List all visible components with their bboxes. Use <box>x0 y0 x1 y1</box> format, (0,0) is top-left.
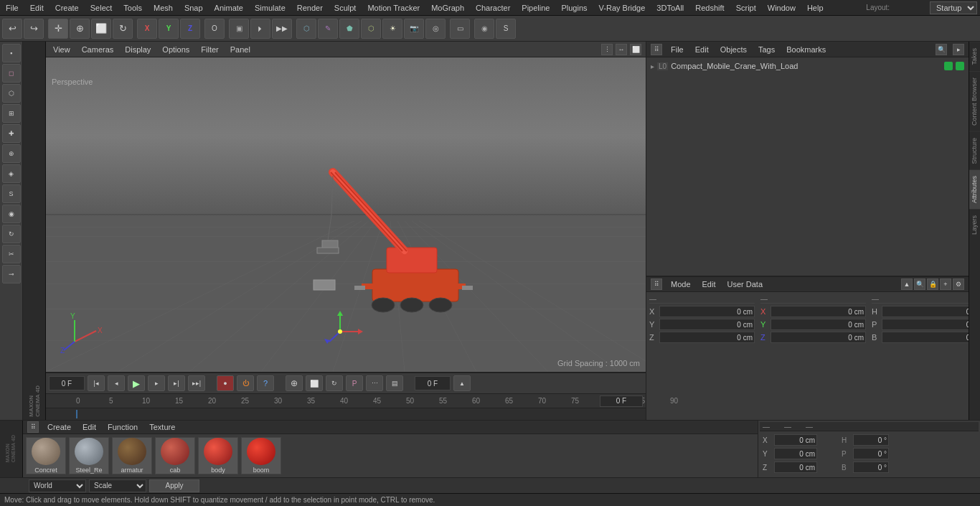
coord-z-input[interactable] <box>659 332 755 343</box>
coord-x2-input[interactable] <box>771 306 866 317</box>
menu-script[interactable]: Script <box>730 2 762 14</box>
record-btn[interactable]: ● <box>217 375 234 391</box>
mat-menu-create[interactable]: Create <box>44 421 74 433</box>
menu-help[interactable]: Help <box>801 2 829 14</box>
key-type-btn[interactable]: ⬜ <box>306 375 323 391</box>
attrs-settings-icon[interactable]: ⚙ <box>953 278 964 290</box>
attrs-lock-icon[interactable]: 🔒 <box>927 278 938 290</box>
attrs-mode[interactable]: Mode <box>668 278 694 290</box>
viewport-3d[interactable]: Perspective <box>46 57 646 372</box>
tab-content-browser[interactable]: Content Browser <box>969 71 980 131</box>
menu-character[interactable]: Character <box>470 2 516 14</box>
layout-select[interactable]: Startup <box>930 1 977 14</box>
cb-y-input[interactable] <box>774 448 817 459</box>
viewport[interactable]: View Cameras Display Options Filter Pane… <box>46 42 646 372</box>
mode-edges-button[interactable]: ◻ <box>2 64 21 83</box>
material-boom[interactable]: boom <box>241 437 281 474</box>
coord-y-input[interactable] <box>659 319 755 330</box>
material-concret[interactable]: Concret <box>26 437 66 474</box>
vp-menu-display[interactable]: Display <box>122 44 154 55</box>
obj-menu-edit[interactable]: Edit <box>692 44 712 55</box>
floor-button[interactable]: ▭ <box>450 19 470 39</box>
coord-h-input[interactable] <box>882 306 977 317</box>
move-tool-btn[interactable]: ⊕ <box>286 375 303 391</box>
lights-button[interactable]: ☀ <box>382 19 402 39</box>
render-region-button[interactable]: ▣ <box>229 19 249 39</box>
apply-button[interactable]: Apply <box>149 479 199 492</box>
menu-plugins[interactable]: Plugins <box>555 2 593 14</box>
undo-button[interactable]: ↩ <box>2 19 22 39</box>
vp-menu-options[interactable]: Options <box>159 44 192 55</box>
material-button[interactable]: ◉ <box>474 19 494 39</box>
attrs-user-data[interactable]: User Data <box>725 278 766 290</box>
menu-select[interactable]: Select <box>85 2 118 14</box>
move-tool-button[interactable]: ⊕ <box>70 19 90 39</box>
cb-b-input[interactable] <box>853 462 889 473</box>
camera-button[interactable]: 📷 <box>404 19 424 39</box>
current-frame-input[interactable] <box>415 376 451 390</box>
material-body[interactable]: body <box>198 437 238 474</box>
mode-poly-button[interactable]: ⬡ <box>2 84 21 103</box>
mat-menu-texture[interactable]: Texture <box>146 421 178 433</box>
menu-window[interactable]: Window <box>762 2 801 14</box>
menu-mesh[interactable]: Mesh <box>148 2 179 14</box>
tab-layers[interactable]: Layers <box>969 209 980 240</box>
rotate-btn[interactable]: ↻ <box>2 225 21 243</box>
mat-menu-function[interactable]: Function <box>105 421 141 433</box>
redo-button[interactable]: ↪ <box>24 19 44 39</box>
vp-menu-panel[interactable]: Panel <box>227 44 253 55</box>
lock-btn[interactable]: S <box>2 184 21 203</box>
obj-menu-tags[interactable]: Tags <box>755 44 778 55</box>
object-item[interactable]: ▸ L0 Compact_Mobile_Crane_With_Load <box>648 59 967 73</box>
mat-menu-edit[interactable]: Edit <box>80 421 99 433</box>
object-mode-button[interactable]: O <box>204 19 225 39</box>
help-btn[interactable]: ? <box>257 375 274 391</box>
vp-menu-view[interactable]: View <box>50 44 73 55</box>
magnet-btn[interactable]: ⊸ <box>2 265 21 284</box>
x-axis-button[interactable]: X <box>137 19 157 39</box>
autokey-btn[interactable]: ⏻ <box>237 375 254 391</box>
obj-collapse-icon[interactable]: ▸ <box>953 44 964 55</box>
material-steel[interactable]: Steel_Re <box>69 437 109 474</box>
solo-btn[interactable]: ◈ <box>2 164 21 183</box>
cb-p-input[interactable] <box>853 448 889 459</box>
end-frame-display[interactable] <box>600 395 643 407</box>
menu-vray[interactable]: V-Ray Bridge <box>593 2 651 14</box>
vp-menu-filter[interactable]: Filter <box>198 44 221 55</box>
axis-btn[interactable]: ⊕ <box>2 144 21 163</box>
menu-edit[interactable]: Edit <box>24 2 50 14</box>
menu-3dtoall[interactable]: 3DToAll <box>651 2 689 14</box>
tab-takes[interactable]: Takes <box>969 42 980 71</box>
menu-create[interactable]: Create <box>50 2 85 14</box>
prev-marker-btn[interactable]: |◂ <box>88 375 105 391</box>
menu-simulate[interactable]: Simulate <box>249 2 291 14</box>
select-tool-button[interactable]: ✛ <box>48 19 68 39</box>
vp-dots-button[interactable]: ⋮ <box>601 44 613 55</box>
cb-x-input[interactable] <box>774 434 817 446</box>
tag-button[interactable]: S <box>496 19 516 39</box>
coord-x-input[interactable] <box>659 306 755 317</box>
menu-redshift[interactable]: Redshift <box>689 2 730 14</box>
rotate-tool-button[interactable]: ↻ <box>113 19 133 39</box>
vp-expand-button[interactable]: ⬜ <box>630 44 641 55</box>
frame-up-btn[interactable]: ▲ <box>453 375 471 391</box>
vp-arrows-button[interactable]: ↔ <box>616 44 627 55</box>
brush-btn[interactable]: ◉ <box>2 205 21 223</box>
mode-uv-button[interactable]: ⊞ <box>2 104 21 123</box>
graph-editor-btn[interactable]: ↻ <box>326 375 343 391</box>
snap-btn[interactable]: ✚ <box>2 124 21 143</box>
pose-morph-btn[interactable]: P <box>346 375 363 391</box>
obj-menu-objects[interactable]: Objects <box>717 44 750 55</box>
attrs-search-icon[interactable]: 🔍 <box>914 278 925 290</box>
menu-motion-tracker[interactable]: Motion Tracker <box>362 2 425 14</box>
y-axis-button[interactable]: Y <box>159 19 179 39</box>
menu-snap[interactable]: Snap <box>179 2 209 14</box>
obj-search-icon[interactable]: 🔍 <box>936 44 947 55</box>
coord-y2-input[interactable] <box>771 319 866 330</box>
tab-attributes[interactable]: Attributes <box>969 169 980 209</box>
knife-btn[interactable]: ✂ <box>2 245 21 263</box>
menu-pipeline[interactable]: Pipeline <box>516 2 555 14</box>
menu-tools[interactable]: Tools <box>118 2 148 14</box>
deformer-button[interactable]: ⬡ <box>361 19 381 39</box>
menu-mograph[interactable]: MoGraph <box>425 2 470 14</box>
